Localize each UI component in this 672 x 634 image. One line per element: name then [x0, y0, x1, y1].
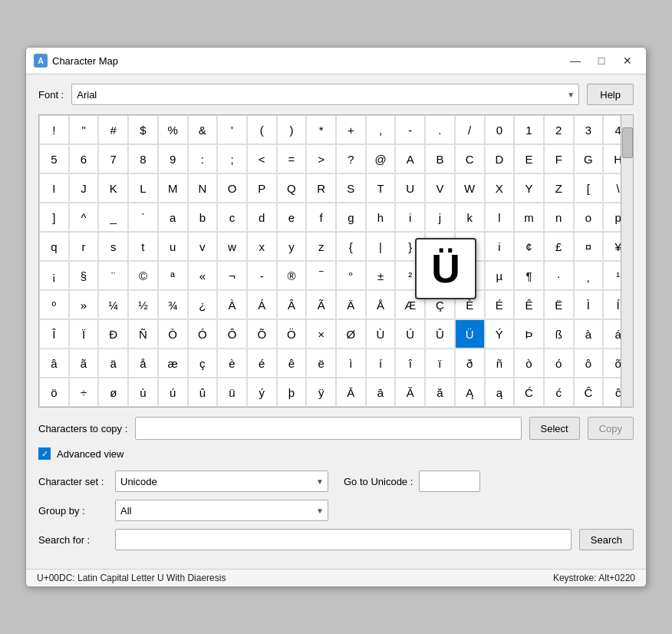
char-cell[interactable]: J	[69, 173, 99, 203]
char-cell[interactable]: ì	[336, 348, 366, 378]
char-cell[interactable]: _	[98, 203, 128, 232]
char-cell[interactable]: {	[336, 232, 366, 261]
char-cell[interactable]: è	[217, 348, 247, 378]
char-cell[interactable]: R	[306, 173, 336, 203]
char-cell[interactable]: `	[128, 203, 158, 232]
char-cell[interactable]: µ	[485, 261, 515, 290]
char-cell[interactable]: Ö	[277, 319, 307, 348]
char-cell[interactable]: m	[514, 203, 544, 232]
char-cell[interactable]: þ	[277, 378, 307, 407]
advanced-view-checkbox[interactable]	[38, 447, 51, 460]
char-cell[interactable]: ÿ	[306, 378, 336, 407]
char-cell[interactable]: Ê	[514, 290, 544, 319]
char-cell[interactable]: s	[98, 232, 128, 261]
char-cell[interactable]: D	[485, 144, 515, 173]
char-cell[interactable]: +	[336, 115, 366, 144]
char-cell[interactable]: v	[188, 232, 218, 261]
char-cell[interactable]: g	[336, 203, 366, 232]
char-cell[interactable]: Ā	[336, 378, 366, 407]
copy-button[interactable]: Copy	[588, 417, 634, 440]
char-cell[interactable]: Î	[39, 319, 69, 348]
char-cell[interactable]: Ì	[574, 290, 604, 319]
char-cell[interactable]: §	[69, 261, 99, 290]
char-cell[interactable]: M	[158, 173, 188, 203]
char-cell[interactable]: &	[188, 115, 218, 144]
char-cell[interactable]: æ	[158, 348, 188, 378]
char-cell[interactable]: r	[69, 232, 99, 261]
char-cell[interactable]: i	[395, 203, 425, 232]
char-cell[interactable]: Ü	[455, 319, 485, 348]
character-set-select[interactable]: Unicode	[115, 471, 328, 492]
char-cell[interactable]: $	[128, 115, 158, 144]
char-cell[interactable]: I	[39, 173, 69, 203]
char-cell[interactable]: X	[485, 173, 515, 203]
char-cell[interactable]: .	[425, 115, 455, 144]
char-cell[interactable]: ö	[39, 378, 69, 407]
char-cell[interactable]: Ú	[395, 319, 425, 348]
char-cell[interactable]: b	[188, 203, 218, 232]
char-cell[interactable]: h	[366, 203, 396, 232]
char-cell[interactable]: ü	[217, 378, 247, 407]
char-cell[interactable]: N	[188, 173, 218, 203]
char-cell[interactable]: ô	[574, 348, 604, 378]
char-cell[interactable]: z	[306, 232, 336, 261]
char-cell[interactable]: Q	[277, 173, 307, 203]
scrollbar[interactable]	[621, 115, 633, 407]
char-cell[interactable]: î	[395, 348, 425, 378]
char-cell[interactable]: ¶	[514, 261, 544, 290]
char-cell[interactable]: Þ	[514, 319, 544, 348]
char-cell[interactable]: ó	[544, 348, 574, 378]
char-cell[interactable]: i	[485, 232, 515, 261]
char-cell[interactable]: í	[366, 348, 396, 378]
char-cell[interactable]: ª	[158, 261, 188, 290]
char-cell[interactable]: ¨	[98, 261, 128, 290]
char-cell[interactable]: @	[366, 144, 396, 173]
char-cell[interactable]: ×	[306, 319, 336, 348]
char-cell[interactable]: ã	[69, 348, 99, 378]
char-cell[interactable]: d	[247, 203, 277, 232]
char-cell[interactable]: ć	[544, 378, 574, 407]
char-cell[interactable]: ]	[39, 203, 69, 232]
char-cell[interactable]: ă	[425, 378, 455, 407]
close-button[interactable]: ✕	[617, 52, 638, 69]
char-cell[interactable]: ý	[247, 378, 277, 407]
char-cell[interactable]: 2	[544, 115, 574, 144]
char-cell[interactable]: ä	[98, 348, 128, 378]
chars-to-copy-input[interactable]	[135, 417, 521, 440]
char-cell[interactable]: j	[425, 203, 455, 232]
char-cell[interactable]: Ĉ	[574, 378, 604, 407]
char-cell[interactable]: /	[455, 115, 485, 144]
char-cell[interactable]: Â	[277, 290, 307, 319]
char-cell[interactable]: 3	[574, 115, 604, 144]
char-cell[interactable]: Å	[366, 290, 396, 319]
char-cell[interactable]: Ð	[98, 319, 128, 348]
char-cell[interactable]: '	[217, 115, 247, 144]
char-cell[interactable]: -	[247, 261, 277, 290]
search-button[interactable]: Search	[579, 529, 634, 550]
char-cell[interactable]: â	[39, 348, 69, 378]
char-cell[interactable]: 0	[485, 115, 515, 144]
char-cell[interactable]: »	[69, 290, 99, 319]
char-cell[interactable]: ï	[425, 348, 455, 378]
char-cell[interactable]: Ï	[69, 319, 99, 348]
char-cell[interactable]: Õ	[247, 319, 277, 348]
char-cell[interactable]: Ć	[514, 378, 544, 407]
char-cell[interactable]: <	[247, 144, 277, 173]
char-cell[interactable]: a	[158, 203, 188, 232]
char-cell[interactable]: 1	[514, 115, 544, 144]
char-cell[interactable]: ß	[544, 319, 574, 348]
search-input[interactable]	[115, 529, 572, 550]
char-cell[interactable]: ā	[366, 378, 396, 407]
char-cell[interactable]: F	[544, 144, 574, 173]
char-cell[interactable]: -	[395, 115, 425, 144]
minimize-button[interactable]: —	[565, 52, 586, 69]
char-cell[interactable]: «	[188, 261, 218, 290]
char-cell[interactable]: "	[69, 115, 99, 144]
char-cell[interactable]: Ò	[158, 319, 188, 348]
char-cell[interactable]: ½	[128, 290, 158, 319]
char-cell[interactable]: ¡	[39, 261, 69, 290]
char-cell[interactable]: Ó	[188, 319, 218, 348]
char-cell[interactable]: ¢	[514, 232, 544, 261]
scroll-thumb[interactable]	[622, 127, 633, 158]
char-cell[interactable]: ë	[306, 348, 336, 378]
